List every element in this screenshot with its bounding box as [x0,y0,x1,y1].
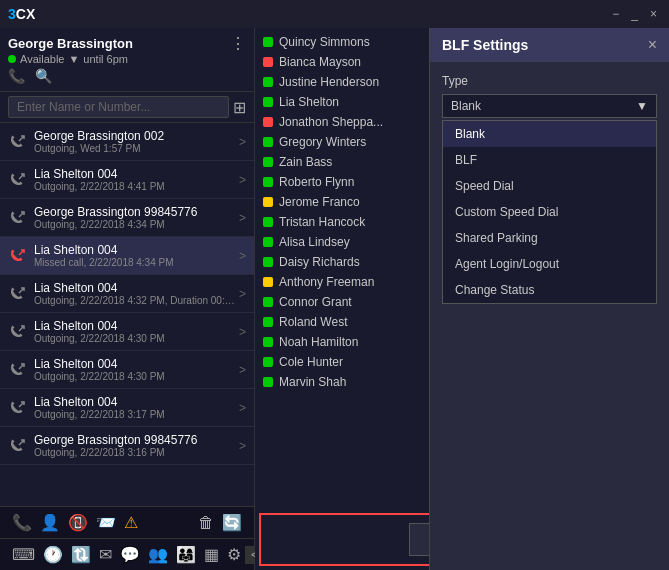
call-item[interactable]: George Brassington 002Outgoing, Wed 1:57… [0,123,254,161]
call-detail: Outgoing, 2/22/2018 4:32 PM, Duration 00… [34,295,235,306]
call-detail: Missed call, 2/22/2018 4:34 PM [34,257,235,268]
users-icon[interactable]: 👥 [144,543,172,566]
app-logo: 3CX [8,6,35,22]
user-name: George Brassington [8,36,133,51]
blf-option-item[interactable]: Custom Speed Dial [443,199,656,225]
call-type-icon [8,360,28,380]
toolbar-bottom: ⌨ 🕐 🔃 ✉ 💬 👥 👨‍👩‍👧 ▦ ⚙ < 1 > [0,539,254,570]
blf-status-indicator [263,197,273,207]
refresh-icon[interactable]: 🔄 [218,511,246,534]
blf-status-indicator [263,157,273,167]
call-type-icon [8,398,28,418]
call-info: George Brassington 99845776Outgoing, 2/2… [34,433,235,458]
call-arrow: > [239,249,246,263]
blf-status-indicator [263,277,273,287]
blf-status-indicator [263,77,273,87]
grid-icon[interactable]: ▦ [200,543,223,566]
blf-selected-option: Blank [451,99,481,113]
contacts-toolbar-icon[interactable]: 👤 [36,511,64,534]
trash-icon[interactable]: 🗑 [194,512,218,534]
call-name: Lia Shelton 004 [34,243,235,257]
toolbar-top: 📞 👤 📵 📨 ⚠ 🗑 🔄 [0,507,254,539]
call-arrow: > [239,211,246,225]
status-until: until 6pm [83,53,128,65]
search-bar: ⊞ [0,92,254,123]
email-icon[interactable]: ✉ [95,543,116,566]
call-item[interactable]: Lia Shelton 004Missed call, 2/22/2018 4:… [0,237,254,275]
call-detail: Outgoing, Wed 1:57 PM [34,143,235,154]
blf-dropdown-arrow: ▼ [636,99,648,113]
call-arrow: > [239,135,246,149]
call-type-icon [8,322,28,342]
call-detail: Outgoing, 2/22/2018 4:30 PM [34,371,235,382]
call-name: Lia Shelton 004 [34,319,235,333]
grid-view-icon[interactable]: ⊞ [233,98,246,117]
blf-option-item[interactable]: Change Status [443,277,656,303]
call-name: George Brassington 99845776 [34,433,235,447]
call-name: Lia Shelton 004 [34,167,235,181]
call-item[interactable]: Lia Shelton 004Outgoing, 2/22/2018 3:17 … [0,389,254,427]
status-text: Available [20,53,64,65]
sync-icon[interactable]: 🔃 [67,543,95,566]
menu-dots[interactable]: ⋮ [230,34,246,53]
blf-status-indicator [263,297,273,307]
blf-option-item[interactable]: BLF [443,147,656,173]
group-icon[interactable]: 👨‍👩‍👧 [172,543,200,566]
call-item[interactable]: Lia Shelton 004Outgoing, 2/22/2018 4:32 … [0,275,254,313]
main-layout: George Brassington ⋮ Available ▼ until 6… [0,28,669,570]
blf-options-list: BlankBLFSpeed DialCustom Speed DialShare… [442,120,657,304]
call-arrow: > [239,439,246,453]
voicemail-icon[interactable]: 📨 [92,511,120,534]
search-input[interactable] [8,96,229,118]
call-name: George Brassington 002 [34,129,235,143]
bottom-toolbar: 📞 👤 📵 📨 ⚠ 🗑 🔄 ⌨ 🕐 🔃 ✉ 💬 👥 👨‍👩‍👧 ▦ ⚙ [0,506,254,570]
blf-settings-close[interactable]: × [648,36,657,54]
chat-icon[interactable]: 💬 [116,543,144,566]
blf-settings-content: Type Blank ▼ BlankBLFSpeed DialCustom Sp… [430,62,669,316]
user-header: George Brassington ⋮ Available ▼ until 6… [0,28,254,92]
call-info: George Brassington 002Outgoing, Wed 1:57… [34,129,235,154]
blf-status-indicator [263,37,273,47]
missed-calls-icon[interactable]: 📵 [64,511,92,534]
blf-option-item[interactable]: Agent Login/Logout [443,251,656,277]
call-item[interactable]: Lia Shelton 004Outgoing, 2/22/2018 4:30 … [0,351,254,389]
blf-status-indicator [263,117,273,127]
blf-status-indicator [263,237,273,247]
dialpad-icon[interactable]: ⌨ [8,543,39,566]
call-name: Lia Shelton 004 [34,395,235,409]
call-item[interactable]: George Brassington 99845776Outgoing, 2/2… [0,427,254,465]
blf-status-indicator [263,357,273,367]
history-icon[interactable]: 🕐 [39,543,67,566]
blf-option-item[interactable]: Shared Parking [443,225,656,251]
call-arrow: > [239,363,246,377]
blf-settings-title: BLF Settings [442,37,528,53]
blf-status-indicator [263,257,273,267]
settings-icon[interactable]: ⚙ [223,543,245,566]
phone-icon: 📞 [8,68,25,84]
call-item[interactable]: George Brassington 99845776Outgoing, 2/2… [0,199,254,237]
blf-type-label: Type [442,74,657,88]
blf-type-select[interactable]: Blank ▼ [442,94,657,118]
call-type-icon [8,284,28,304]
call-list: George Brassington 002Outgoing, Wed 1:57… [0,123,254,506]
call-type-icon [8,132,28,152]
blf-option-item[interactable]: Blank [443,121,656,147]
call-item[interactable]: Lia Shelton 004Outgoing, 2/22/2018 4:41 … [0,161,254,199]
call-name: Lia Shelton 004 [34,281,235,295]
minimize-button[interactable]: − [608,7,623,21]
status-arrow[interactable]: ▼ [68,53,79,65]
spacer: _ [631,7,638,21]
call-arrow: > [239,173,246,187]
warning-icon[interactable]: ⚠ [120,511,142,534]
call-item[interactable]: Lia Shelton 004Outgoing, 2/22/2018 4:30 … [0,313,254,351]
phone-toolbar-icon[interactable]: 📞 [8,511,36,534]
blf-option-item[interactable]: Speed Dial [443,173,656,199]
call-info: Lia Shelton 004Outgoing, 2/22/2018 4:32 … [34,281,235,306]
close-button[interactable]: × [646,7,661,21]
blf-settings-header: BLF Settings × [430,28,669,62]
search-icon[interactable]: 🔍 [35,68,52,84]
blf-status-indicator [263,97,273,107]
right-panel: Quincy SimmonsBianca MaysonJustine Hende… [255,28,669,570]
top-bar: 3CX − _ × [0,0,669,28]
call-detail: Outgoing, 2/22/2018 3:17 PM [34,409,235,420]
